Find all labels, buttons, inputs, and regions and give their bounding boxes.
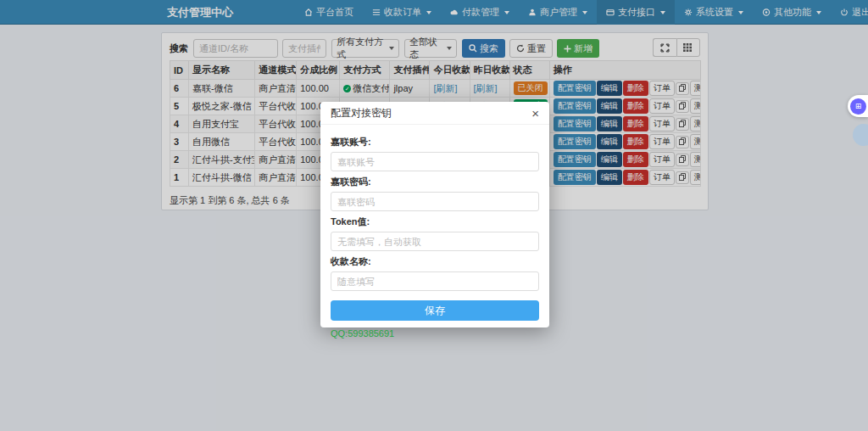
form-field: 收款名称: — [331, 255, 539, 291]
save-button[interactable]: 保存 — [331, 300, 539, 321]
page: 支付管理中心 平台首页 收款订单 付款管理 商户管理 支付接口 系统设置 其他功… — [0, 0, 868, 431]
field-label: 收款名称: — [331, 255, 539, 268]
form-field: 嘉联账号: — [331, 136, 539, 171]
field-input-2[interactable] — [331, 232, 539, 251]
form-field: 嘉联密码: — [331, 176, 539, 211]
field-input-3[interactable] — [331, 271, 539, 291]
qq-contact-link[interactable]: QQ:599385691 — [331, 328, 394, 339]
field-input-0[interactable] — [331, 152, 539, 171]
field-input-1[interactable] — [331, 192, 539, 211]
modal-body: 嘉联账号: 嘉联密码: Token值: 收款名称: 保存QQ:599385691 — [320, 125, 549, 340]
modal-title: 配置对接密钥 — [331, 106, 392, 120]
form-field: Token值: — [331, 216, 539, 251]
config-key-modal: 配置对接密钥 × 嘉联账号: 嘉联密码: Token值: 收款名称: 保存QQ:… — [320, 102, 549, 327]
helper-icon: ⊞ — [850, 98, 866, 115]
floating-helper-button[interactable]: ⊞ — [848, 95, 868, 117]
modal-header: 配置对接密钥 × — [320, 102, 549, 125]
field-label: Token值: — [331, 216, 539, 228]
field-label: 嘉联账号: — [331, 136, 539, 148]
field-label: 嘉联密码: — [331, 176, 539, 188]
close-icon[interactable]: × — [531, 107, 539, 120]
